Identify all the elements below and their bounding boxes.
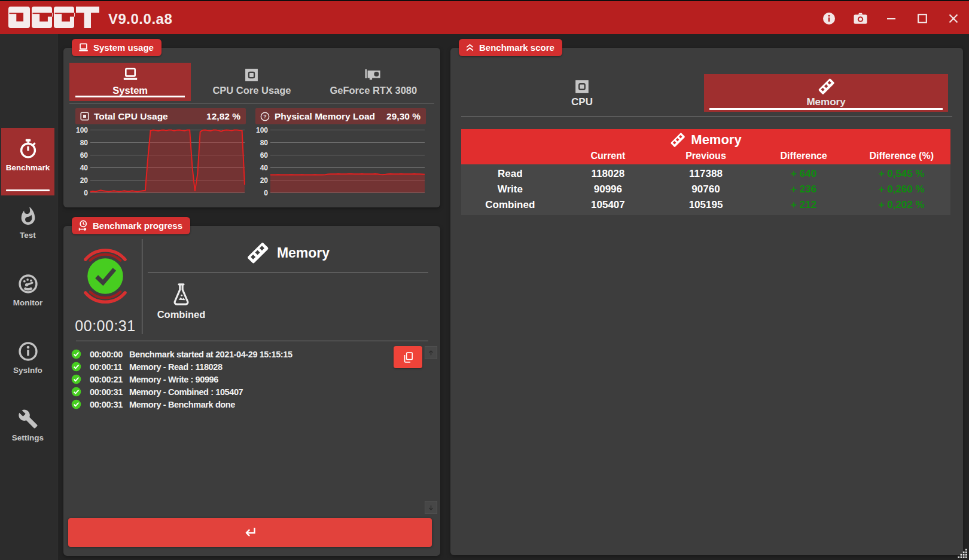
tab-gpu[interactable]: GeForce RTX 3080	[313, 63, 434, 101]
log-time: 00:00:00	[90, 350, 127, 359]
info-icon	[822, 12, 836, 25]
tab-score-memory[interactable]: Memory	[704, 74, 948, 112]
progress-subtest: Combined	[154, 282, 209, 320]
tab-label: CPU Core Usage	[212, 85, 291, 96]
ram-icon	[670, 132, 685, 148]
svg-text:80: 80	[260, 139, 269, 147]
progress-log-divider	[76, 341, 428, 341]
tab-system[interactable]: System	[69, 63, 191, 101]
score-table-title: Memory	[461, 129, 950, 151]
sidebar-item-benchmark[interactable]: Benchmark	[1, 128, 54, 195]
score-cell-current: 118028	[559, 168, 657, 180]
score-cell-label: Read	[461, 168, 559, 180]
svg-text:0: 0	[264, 189, 268, 197]
titlebar: V9.0.0.a8	[0, 0, 969, 34]
tab-label: System	[112, 85, 148, 96]
tab-label: CPU	[571, 96, 593, 108]
camera-icon	[853, 12, 868, 25]
screenshot-button[interactable]	[845, 1, 876, 35]
minimize-button[interactable]	[876, 1, 907, 35]
progress-clock-icon	[78, 220, 89, 231]
log-row: 00:00:00 Benchmark started at 2021-04-29…	[71, 348, 432, 360]
sidebar-item-label: Test	[20, 231, 36, 240]
benchmark-progress-panel: Benchmark progress 00:00:31 Memory	[63, 226, 440, 556]
occt-window: V9.0.0.a8	[0, 0, 969, 560]
score-col-previous: Previous	[657, 151, 755, 164]
score-col-current: Current	[559, 151, 657, 164]
benchmark-score-panel: Benchmark score CPU	[450, 48, 963, 555]
tab-label: Memory	[806, 96, 845, 108]
chip-icon	[574, 78, 590, 95]
score-tabs: CPU Memory	[460, 74, 948, 112]
tab-score-cpu[interactable]: CPU	[460, 74, 704, 112]
maximize-button[interactable]	[907, 1, 938, 35]
log-row: 00:00:31 Memory - Combined : 105407	[71, 385, 432, 398]
tabs-divider	[69, 103, 434, 103]
scroll-up-button[interactable]	[425, 346, 437, 359]
copy-log-button[interactable]	[394, 346, 422, 368]
sidebar-item-label: Monitor	[13, 298, 43, 307]
score-cell-label: Combined	[461, 199, 559, 211]
progress-test-divider	[148, 273, 428, 273]
titlebar-actions	[813, 1, 969, 35]
question-circle-icon: ?	[260, 112, 270, 121]
enter-arrow-icon	[241, 525, 259, 540]
log-message: Memory - Combined : 105407	[129, 387, 243, 397]
benchmark-score-badge-label: Benchmark score	[479, 42, 554, 53]
score-table-row: Combined 105407 105195 + 212 + 0,202 %	[461, 197, 950, 213]
log-row: 00:00:21 Memory - Write : 90996	[71, 373, 432, 385]
svg-text:0: 0	[84, 189, 88, 197]
svg-text:40: 40	[260, 164, 269, 172]
svg-text:60: 60	[260, 151, 269, 160]
score-cell-previous: 117388	[657, 168, 755, 180]
progress-test-label: Memory	[277, 245, 330, 261]
system-usage-tabs: System CPU Core Usage	[69, 63, 434, 101]
log-time: 00:00:31	[90, 400, 127, 409]
progress-test-name: Memory	[142, 241, 434, 264]
score-table-body: Read 118028 117388 + 640 + 0,545 % Write…	[461, 164, 950, 215]
info-circle-icon	[17, 340, 39, 363]
cpu-chart-value: 12,82 %	[206, 111, 240, 122]
score-table: Memory Current Previous Difference Diffe…	[461, 129, 950, 215]
close-button[interactable]	[938, 1, 969, 35]
resize-grip[interactable]	[958, 549, 968, 559]
progress-log: 00:00:00 Benchmark started at 2021-04-29…	[71, 348, 432, 411]
score-col-label	[461, 151, 559, 164]
check-circle-icon	[71, 374, 81, 384]
check-circle-icon	[71, 362, 81, 372]
sidebar-item-settings[interactable]: Settings	[1, 398, 54, 466]
success-circle	[87, 258, 123, 294]
tab-cpu-core-usage[interactable]: CPU Core Usage	[191, 63, 312, 101]
score-cell-previous: 90760	[657, 183, 755, 195]
svg-text:20: 20	[80, 176, 89, 185]
cpu-chart-title: Total CPU Usage	[94, 111, 202, 122]
log-message: Benchmark started at 2021-04-29 15:15:15	[129, 350, 292, 359]
memory-chart-value: 29,30 %	[386, 111, 420, 122]
laptop-icon	[78, 42, 89, 53]
chart-card-memory: ? Physical Memory Load 29,30 % 100806040…	[255, 108, 426, 197]
chevrons-up-icon	[465, 42, 475, 53]
scroll-down-button[interactable]	[425, 501, 437, 514]
memory-chart-title: Physical Memory Load	[275, 111, 382, 122]
system-usage-badge-label: System usage	[93, 42, 154, 53]
log-time: 00:00:11	[90, 362, 127, 372]
sidebar-item-test[interactable]: Test	[1, 195, 54, 263]
score-tabs-divider	[461, 117, 952, 117]
score-cell-difference: + 212	[755, 199, 853, 211]
progress-subtest-label: Combined	[157, 309, 206, 320]
score-cell-label: Write	[461, 183, 559, 195]
sidebar-item-monitor[interactable]: Monitor	[1, 263, 54, 331]
log-message: Memory - Write : 90996	[129, 375, 218, 384]
ram-icon	[818, 78, 835, 95]
flame-icon	[18, 205, 38, 228]
stopwatch-icon	[17, 137, 39, 160]
app-version: V9.0.0.a8	[108, 1, 172, 35]
cpu-chart-header: Total CPU Usage 12,82 %	[75, 108, 246, 124]
arrow-down-icon	[428, 504, 434, 511]
info-button[interactable]	[813, 1, 845, 35]
chip-small-icon	[80, 112, 89, 121]
score-cell-difference-pct: + 0,260 %	[852, 183, 950, 195]
system-usage-panel: System usage System	[63, 48, 440, 207]
rerun-benchmark-button[interactable]	[68, 518, 432, 547]
sidebar-item-sysinfo[interactable]: SysInfo	[1, 331, 54, 398]
